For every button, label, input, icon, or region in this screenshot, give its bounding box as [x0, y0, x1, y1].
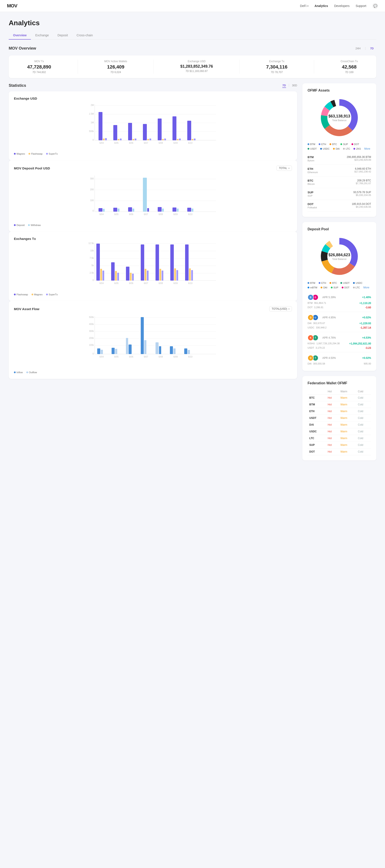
- svg-text:6/10: 6/10: [188, 355, 192, 358]
- asset-row-btm: BTM Bytom 296,895,656.36 BTM $23,246,929…: [307, 153, 371, 165]
- stat-exchange-usd: Exchange USD $1,283,852,349.76 7D $11,18…: [180, 60, 213, 74]
- svg-text:0: 0: [92, 139, 94, 141]
- stat-mov-tx-label: MOV Tx: [27, 60, 51, 63]
- tab-overview[interactable]: Overview: [9, 31, 31, 39]
- svg-rect-135: [173, 348, 176, 354]
- apr-details-1: BTM 961,864.71 +1,110.20: [307, 302, 371, 305]
- deposit-pool-asset-legend: BTM ETH BTC USDT USDC mBTM: [307, 282, 371, 289]
- svg-rect-14: [105, 138, 107, 140]
- token-icon-btm: B: [307, 294, 314, 300]
- svg-rect-88: [117, 273, 119, 281]
- fed-col-hot: Hot: [326, 389, 339, 395]
- svg-rect-62: [191, 209, 194, 212]
- deposit-donut-center: $26,884,623 Total Balance: [328, 253, 350, 260]
- svg-text:6/09: 6/09: [173, 282, 178, 284]
- period-7d-btn[interactable]: 7D: [282, 83, 286, 88]
- svg-text:2.5k: 2.5k: [90, 272, 94, 274]
- deposit-pool-chart-card: MOV Deposit Pool USD TOTAL ▾ 300 200 100…: [9, 160, 297, 231]
- time-24h-btn[interactable]: 24H: [353, 46, 363, 51]
- fed-table-row: BTM Hot Warm Cold: [307, 401, 371, 408]
- svg-text:6/07: 6/07: [144, 142, 148, 144]
- nav-link-defi[interactable]: DeFi ▾: [300, 4, 308, 8]
- svg-text:6/09: 6/09: [173, 355, 178, 358]
- svg-rect-50: [103, 209, 105, 212]
- tab-deposit[interactable]: Deposit: [53, 31, 72, 39]
- svg-text:6/05: 6/05: [114, 355, 119, 358]
- svg-text:7.5k: 7.5k: [90, 257, 94, 259]
- asset-flow-header: MOV Asset Flow TOTAL(USD) ▾: [14, 306, 292, 311]
- svg-text:6/10: 6/10: [188, 282, 192, 284]
- apr-list[interactable]: B D APR 5.39% +1.40% BTM 961,864.71: [307, 292, 371, 366]
- exchange-usd-legend: Magnex Flashswap SuperTx: [14, 152, 292, 155]
- svg-text:6/08: 6/08: [158, 213, 163, 216]
- nav-logo: MOV: [7, 3, 17, 9]
- svg-text:100: 100: [90, 199, 94, 202]
- svg-rect-28: [177, 139, 179, 140]
- svg-rect-100: [176, 270, 178, 281]
- svg-text:6/06: 6/06: [129, 213, 134, 216]
- svg-rect-130: [141, 317, 144, 354]
- tab-exchange[interactable]: Exchange: [31, 31, 53, 39]
- asset-row-dot: DOT Polkadot 185,915.04 DOT $4,240,536.6…: [307, 200, 371, 212]
- dp-legend-dai: DAI: [321, 286, 327, 289]
- federation-table: Hot Warm Cold BTC Hot Warm Cold BTM Hot …: [307, 389, 371, 455]
- apr-info-2: APR 4.95%: [322, 316, 360, 319]
- svg-text:300: 300: [90, 178, 94, 180]
- right-column: OFMF Assets: [302, 83, 376, 460]
- svg-rect-12: [98, 112, 102, 140]
- svg-rect-128: [126, 338, 128, 354]
- period-30d-btn[interactable]: 30D: [292, 83, 297, 88]
- stat-extx-sub: 7D 78,707: [266, 71, 288, 74]
- overview-title: MOV Overview: [9, 46, 36, 51]
- legend-deposit: Deposit: [14, 224, 25, 226]
- asset-flow-dropdown[interactable]: TOTAL(USD) ▾: [269, 306, 292, 311]
- svg-rect-99: [174, 268, 176, 281]
- svg-rect-102: [189, 268, 191, 281]
- svg-text:6/05: 6/05: [114, 213, 119, 216]
- nav-link-developers[interactable]: Developers: [334, 4, 350, 8]
- deposit-dropdown[interactable]: TOTAL ▾: [276, 165, 292, 171]
- fed-table-row: DOT Hot Warm Cold: [307, 448, 371, 455]
- deposit-chart-header: MOV Deposit Pool USD TOTAL ▾: [14, 165, 292, 171]
- dp-legend-usdt: USDT: [340, 282, 350, 284]
- exchange-usd-svg: 2M 1.5M 1M 500k 0: [14, 102, 292, 150]
- exchange-usd-chart-title: Exchange USD: [14, 97, 292, 100]
- apr-info-4: APR 4.50%: [322, 356, 360, 360]
- nav-link-analytics[interactable]: Analytics: [315, 4, 328, 8]
- fed-table-row: BTC Hot Warm Cold: [307, 395, 371, 401]
- svg-text:6/05: 6/05: [114, 282, 119, 284]
- nav-link-support[interactable]: Support: [356, 4, 366, 8]
- svg-text:6/07: 6/07: [144, 282, 148, 284]
- svg-rect-134: [170, 346, 173, 354]
- stats-header: Statistics 7D | 30D: [9, 83, 297, 88]
- svg-text:6/09: 6/09: [173, 213, 178, 216]
- apr-change-2: +0.02%: [362, 316, 371, 319]
- svg-rect-129: [128, 344, 131, 354]
- stat-wallets-value: 126,409: [104, 64, 127, 70]
- left-column: Statistics 7D | 30D Exchange USD 2M 1: [9, 83, 297, 460]
- dropdown-arrow-icon: ▾: [289, 167, 290, 169]
- ofmf-more-link[interactable]: More: [364, 147, 370, 150]
- asset-row-eth: ETH Ethereum 6,948.60 ETH $17,092,238.42: [307, 165, 371, 176]
- apr-change-1: +1.40%: [362, 296, 371, 299]
- legend-btm: BTM: [307, 143, 315, 146]
- exchanges-tx-chart-card: Exchanges Tx 12.5k 10k 7.5k 5k 2.5k 0: [9, 231, 297, 301]
- deposit-more-link[interactable]: More: [363, 286, 369, 289]
- time-toggle: 24H | 7D: [353, 46, 376, 51]
- stat-exusd-value: $1,283,852,349.76: [180, 64, 213, 69]
- deposit-donut-wrapper: $26,884,623 Total Balance: [307, 235, 371, 278]
- dp-legend-dot: DOT: [342, 286, 349, 289]
- time-7d-btn[interactable]: 7D: [367, 46, 376, 51]
- deposit-pool-title: Deposit Pool: [307, 227, 371, 231]
- svg-rect-93: [145, 269, 146, 281]
- svg-rect-90: [130, 273, 131, 281]
- deposit-total-label: Total Balance: [328, 258, 350, 260]
- fed-col-symbol: [307, 389, 326, 395]
- svg-rect-22: [147, 139, 149, 140]
- svg-rect-95: [155, 244, 159, 281]
- ofmf-asset-list[interactable]: BTM Bytom 296,895,656.36 BTM $23,246,929…: [307, 153, 371, 212]
- tab-crosschain[interactable]: Cross-chain: [72, 31, 97, 39]
- svg-rect-127: [115, 349, 117, 354]
- message-icon[interactable]: 💬: [373, 3, 378, 9]
- svg-text:6/08: 6/08: [158, 282, 163, 284]
